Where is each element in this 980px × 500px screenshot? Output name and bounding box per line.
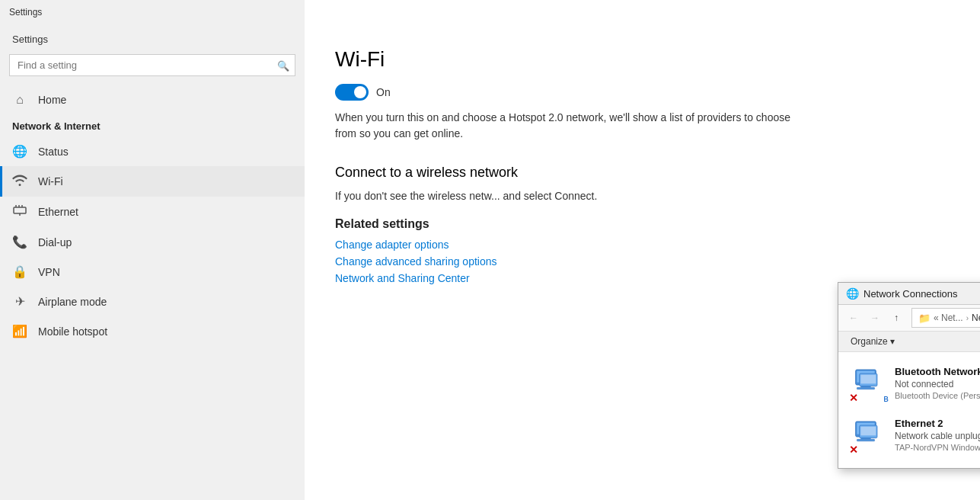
sidebar-label-ethernet: Ethernet [38,206,78,218]
sidebar-category: Network & Internet [0,114,305,136]
dialup-icon: 📞 [12,235,27,249]
sidebar-item-mobile[interactable]: 📶 Mobile hotspot [0,316,305,346]
svg-rect-10 [860,375,876,384]
bluetooth-info: Bluetooth Network Connection Not connect… [895,366,980,400]
bluetooth-icon-wrap: ✕ ʙ [851,366,887,402]
connections-grid: ✕ ʙ Bluetooth Network Connection Not con… [838,352,980,468]
toggle-label: On [376,86,391,98]
ethernet2-status: Network cable unplugged [895,431,980,441]
sidebar-label-airplane: Airplane mode [38,296,107,308]
x-badge-bluetooth: ✕ [849,392,858,404]
sidebar-item-ethernet[interactable]: Ethernet [0,197,305,227]
organize-label: Organize ▾ [851,336,895,347]
svg-rect-0 [14,207,26,213]
sidebar-item-status[interactable]: 🌐 Status [0,136,305,166]
ethernet2-name: Ethernet 2 [895,418,980,429]
folder-icon: 📁 [918,312,931,324]
hotspot-description: When you turn this on and choose a Hotsp… [335,110,792,142]
home-icon: ⌂ [12,93,27,107]
wifi-toggle[interactable] [335,84,369,101]
svg-rect-8 [857,387,874,389]
bluetooth-name: Bluetooth Network Connection [895,366,980,377]
change-adapter-link[interactable]: Change adapter options [335,239,950,251]
bluetooth-detail: Bluetooth Device (Personal Area ... [895,391,980,400]
sidebar-item-vpn[interactable]: 🔒 VPN [0,257,305,287]
bt-badge: ʙ [883,393,889,404]
related-settings: Related settings Change adapter options … [335,217,950,284]
network-connections-popup: 🌐 Network Connections ← → ↑ 📁 « Net... ›… [838,282,980,469]
sidebar-item-wifi[interactable]: Wi-Fi [0,166,305,197]
sidebar-label-home: Home [38,94,66,106]
sidebar-label-status: Status [38,146,69,158]
search-input[interactable] [9,54,295,76]
bluetooth-status: Not connected [895,379,980,389]
search-icon: 🔍 [277,59,289,71]
breadcrumb-part2: Netw... [972,312,980,323]
popup-title: Network Connections [863,288,958,300]
breadcrumb-part1: « Net... [934,312,963,323]
back-button[interactable]: ← [844,309,863,327]
app-title-sidebar: Settings [0,24,305,51]
vpn-icon: 🔒 [12,264,27,279]
page-title: Wi-Fi [335,47,950,72]
mobile-icon: 📶 [12,324,27,338]
search-container: 🔍 [9,54,295,76]
wifi-icon [12,174,27,189]
ethernet2-info: Ethernet 2 Network cable unplugged TAP-N… [895,418,980,452]
popup-toolbar: ← → ↑ 📁 « Net... › Netw... ▾ ⟳ [838,305,980,332]
ethernet2-detail: TAP-NordVPN Windows Adapter ... [895,443,980,452]
sidebar-item-dialup[interactable]: 📞 Dial-up [0,227,305,257]
app-title: Settings [9,7,42,18]
popup-title-bar: 🌐 Network Connections [838,283,980,305]
x-badge-ethernet2: ✕ [849,444,858,456]
popup-network-icon: 🌐 [846,287,859,300]
status-icon: 🌐 [12,144,27,159]
ethernet-icon [12,204,27,220]
up-button[interactable]: ↑ [887,309,905,327]
airplane-icon: ✈ [12,294,27,309]
ethernet2-icon-wrap: ✕ [851,418,887,454]
connect-section-title: Connect to a wireless network [335,165,950,181]
connection-bluetooth[interactable]: ✕ ʙ Bluetooth Network Connection Not con… [844,358,980,410]
sidebar-label-mobile: Mobile hotspot [38,325,107,338]
related-settings-title: Related settings [335,217,950,231]
sidebar: Settings 🔍 ⌂ Home Network & Internet 🌐 S… [0,0,305,500]
organize-button[interactable]: Organize ▾ [846,335,899,348]
toggle-row: On [335,84,950,101]
forward-button[interactable]: → [866,309,884,327]
sidebar-label-vpn: VPN [38,266,60,278]
connect-section-desc: If you don't see the wireless netw... an… [335,190,950,202]
change-sharing-link[interactable]: Change advanced sharing options [335,255,950,268]
connection-ethernet2[interactable]: ✕ Ethernet 2 Network cable unplugged TAP… [844,410,980,462]
main-content: Wi-Fi On When you turn this on and choos… [305,0,980,500]
address-bar[interactable]: 📁 « Net... › Netw... ▾ [911,308,980,328]
popup-menu-bar: Organize ▾ [838,332,980,352]
sidebar-label-dialup: Dial-up [38,236,72,248]
sidebar-item-airplane[interactable]: ✈ Airplane mode [0,287,305,316]
svg-rect-20 [857,439,874,441]
sidebar-label-wifi: Wi-Fi [38,175,63,188]
svg-rect-22 [860,427,876,436]
breadcrumb-separator: › [966,314,969,322]
sidebar-item-home[interactable]: ⌂ Home [0,85,305,114]
